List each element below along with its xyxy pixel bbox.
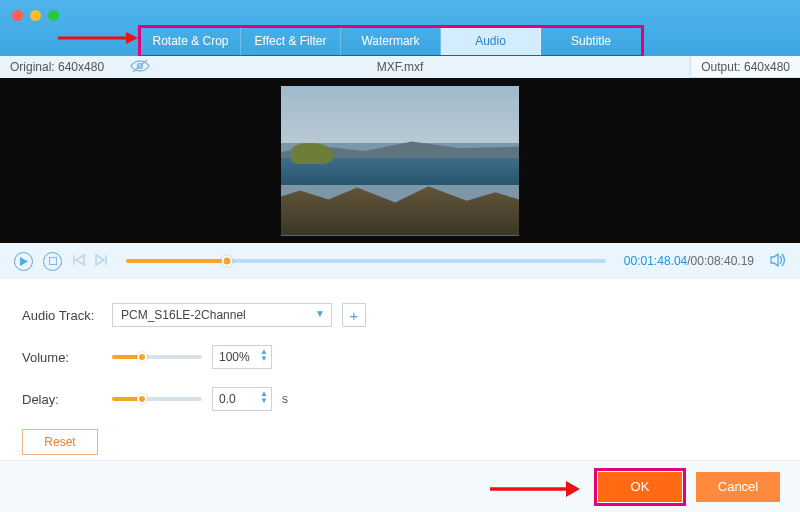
playback-bar: 00:01:48.04/00:08:40.19 (0, 243, 800, 279)
annotation-arrow-ok (490, 480, 580, 498)
seek-slider[interactable] (126, 259, 606, 263)
output-dimensions: Output: 640x480 (701, 60, 790, 74)
next-frame-button[interactable] (95, 254, 108, 269)
audio-track-select[interactable]: PCM_S16LE-2Channel ▼ (112, 303, 332, 327)
tab-audio[interactable]: Audio (441, 28, 541, 55)
volume-stepper[interactable]: ▲▼ (260, 348, 268, 362)
ok-button[interactable]: OK (598, 472, 682, 502)
svg-marker-4 (20, 257, 28, 266)
audio-settings: Audio Track: PCM_S16LE-2Channel ▼ + Volu… (0, 279, 800, 485)
prev-frame-button[interactable] (72, 254, 85, 269)
video-preview-area (0, 78, 800, 243)
svg-marker-8 (96, 255, 104, 265)
delay-knob[interactable] (137, 394, 147, 404)
volume-icon[interactable] (770, 253, 786, 270)
stop-button[interactable] (43, 252, 62, 271)
info-bar: Original: 640x480 MXF.mxf x (0, 56, 800, 78)
audio-track-value: PCM_S16LE-2Channel (121, 308, 246, 322)
svg-marker-12 (566, 481, 580, 497)
volume-label: Volume: (22, 350, 102, 365)
delay-input[interactable]: 0.0 ▲▼ (212, 387, 272, 411)
original-dimensions: Original: 640x480 (10, 60, 104, 74)
tab-subtitle[interactable]: Subtitle (541, 28, 641, 55)
volume-slider[interactable] (112, 355, 202, 359)
volume-knob[interactable] (137, 352, 147, 362)
seek-knob[interactable] (221, 256, 232, 267)
window-controls (12, 10, 59, 21)
chevron-down-icon: ▼ (315, 308, 325, 319)
tab-effect-filter[interactable]: Effect & Filter (241, 28, 341, 55)
delay-stepper[interactable]: ▲▼ (260, 390, 268, 404)
annotation-arrow-tabs (58, 32, 138, 44)
edit-tab-bar: Rotate & Crop Effect & Filter Watermark … (138, 25, 644, 58)
output-dimensions-box: Output: 640x480 (690, 56, 800, 78)
timecode: 00:01:48.04/00:08:40.19 (624, 254, 754, 268)
play-button[interactable] (14, 252, 33, 271)
delay-unit: s (282, 392, 288, 406)
dialog-footer: OK Cancel (0, 460, 800, 512)
delay-label: Delay: (22, 392, 102, 407)
svg-marker-7 (76, 255, 84, 265)
tab-rotate-crop[interactable]: Rotate & Crop (141, 28, 241, 55)
add-audio-track-button[interactable]: + (342, 303, 366, 327)
video-thumbnail[interactable] (281, 86, 519, 236)
volume-input[interactable]: 100% ▲▼ (212, 345, 272, 369)
svg-marker-10 (771, 254, 778, 266)
delay-slider[interactable] (112, 397, 202, 401)
preview-visibility-icon[interactable] (130, 58, 150, 77)
minimize-icon[interactable] (30, 10, 41, 21)
svg-rect-5 (49, 257, 57, 265)
reset-button[interactable]: Reset (22, 429, 98, 455)
close-icon[interactable] (12, 10, 23, 21)
audio-track-label: Audio Track: (22, 308, 102, 323)
title-bar: Rotate & Crop Effect & Filter Watermark … (0, 0, 800, 56)
filename-label: MXF.mxf (0, 60, 800, 74)
svg-marker-1 (126, 32, 138, 44)
tab-watermark[interactable]: Watermark (341, 28, 441, 55)
cancel-button[interactable]: Cancel (696, 472, 780, 502)
maximize-icon[interactable] (48, 10, 59, 21)
